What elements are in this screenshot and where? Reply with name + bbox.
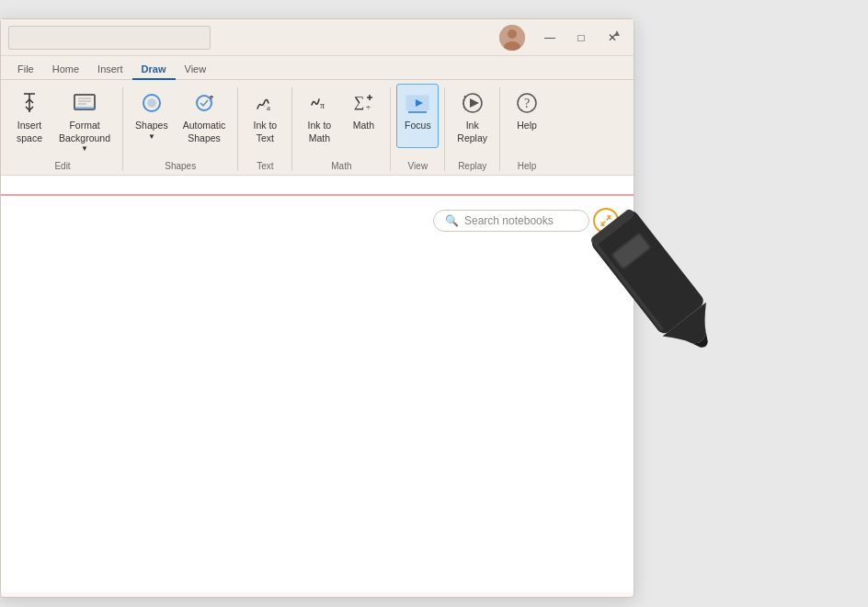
- automatic-shapes-button[interactable]: AutomaticShapes: [177, 84, 233, 149]
- shapes-button[interactable]: Shapes ▼: [129, 84, 175, 148]
- focus-icon: [403, 88, 432, 118]
- math-group-items: π Ink toMath ∑ ÷: [298, 84, 384, 159]
- text-group-items: a Ink toText: [244, 84, 286, 159]
- view-group-items: Focus: [396, 84, 439, 159]
- ribbon-content: Insertspace Fo: [1, 80, 634, 175]
- separator-6: [499, 87, 500, 171]
- ribbon-group-math: π Ink toMath ∑ ÷: [294, 84, 388, 175]
- application-window: — □ ✕ File Home Insert Draw View ▲: [0, 18, 634, 598]
- help-group-items: ? Help: [506, 84, 548, 159]
- ribbon-group-view: Focus View: [393, 84, 442, 175]
- ink-to-text-icon: a: [250, 88, 280, 118]
- shapes-group-items: Shapes ▼ AutomaticShapes: [129, 84, 232, 159]
- view-group-label: View: [396, 159, 439, 175]
- format-background-icon: [70, 88, 99, 118]
- svg-point-1: [508, 29, 517, 39]
- ink-to-text-button[interactable]: a Ink toText: [244, 84, 286, 149]
- tab-view[interactable]: View: [176, 60, 216, 80]
- svg-rect-9: [74, 107, 95, 109]
- ribbon-group-edit: Insertspace Fo: [5, 84, 120, 175]
- ribbon-group-text: a Ink toText Text: [240, 84, 290, 175]
- search-bar[interactable]: 🔍 Search notebooks: [433, 210, 589, 232]
- search-bar-container: 🔍 Search notebooks: [433, 208, 619, 234]
- pink-divider-line: [1, 194, 634, 196]
- search-icon: 🔍: [445, 214, 459, 227]
- math-icon: ∑ ÷: [348, 88, 378, 118]
- shapes-icon: [137, 88, 166, 118]
- math-button[interactable]: ∑ ÷ Math: [342, 84, 384, 148]
- title-input[interactable]: [8, 26, 211, 50]
- ink-replay-button[interactable]: InkReplay: [451, 84, 494, 149]
- search-placeholder: Search notebooks: [464, 214, 554, 227]
- separator-5: [444, 87, 445, 171]
- tab-insert[interactable]: Insert: [88, 60, 132, 80]
- ribbon-group-help: ? Help Help: [502, 84, 552, 175]
- help-group-label: Help: [506, 159, 548, 175]
- focus-button[interactable]: Focus: [396, 84, 439, 148]
- edit-group-items: Insertspace Fo: [8, 84, 117, 159]
- svg-marker-24: [470, 98, 479, 108]
- tab-file[interactable]: File: [8, 60, 43, 80]
- help-icon: ?: [512, 88, 542, 118]
- help-button[interactable]: ? Help: [506, 84, 548, 148]
- format-background-button[interactable]: FormatBackground ▼: [52, 84, 117, 159]
- maximize-button[interactable]: □: [567, 25, 595, 51]
- replay-group-label: Replay: [451, 159, 494, 175]
- ink-to-math-icon: π: [304, 88, 334, 118]
- ribbon-group-shapes: Shapes ▼ AutomaticShapes: [125, 84, 235, 175]
- edit-group-label: Edit: [8, 159, 117, 175]
- svg-text:÷: ÷: [366, 103, 371, 112]
- separator-2: [237, 87, 238, 171]
- ribbon-collapse-button[interactable]: ▲: [608, 23, 626, 41]
- ribbon-group-replay: InkReplay Replay: [447, 84, 497, 175]
- automatic-shapes-icon: [189, 88, 219, 118]
- insert-space-button[interactable]: Insertspace: [8, 84, 51, 149]
- svg-text:π: π: [320, 100, 325, 110]
- svg-text:?: ?: [524, 97, 530, 110]
- ribbon: File Home Insert Draw View ▲: [1, 56, 634, 176]
- separator-1: [122, 87, 123, 171]
- minimize-button[interactable]: —: [536, 25, 564, 51]
- ink-to-math-button[interactable]: π Ink toMath: [298, 84, 340, 149]
- tab-draw[interactable]: Draw: [132, 60, 176, 80]
- svg-text:a: a: [267, 103, 270, 112]
- content-area: 🔍 Search notebooks: [1, 176, 634, 592]
- avatar: [499, 25, 525, 51]
- svg-text:∑: ∑: [354, 94, 364, 110]
- svg-point-11: [147, 98, 156, 108]
- insert-space-icon: [15, 88, 44, 118]
- tab-home[interactable]: Home: [43, 60, 88, 80]
- shapes-group-label: Shapes: [129, 159, 232, 175]
- ribbon-tabs: File Home Insert Draw View ▲: [1, 60, 634, 80]
- text-group-label: Text: [244, 159, 286, 175]
- replay-group-items: InkReplay: [451, 84, 494, 159]
- svg-point-12: [197, 96, 211, 110]
- ink-replay-icon: [458, 88, 487, 118]
- separator-3: [291, 87, 292, 171]
- title-bar-left: [8, 26, 499, 50]
- title-bar: — □ ✕: [1, 19, 634, 56]
- separator-4: [390, 87, 391, 171]
- math-group-label: Math: [298, 159, 384, 175]
- expand-button[interactable]: [593, 208, 619, 234]
